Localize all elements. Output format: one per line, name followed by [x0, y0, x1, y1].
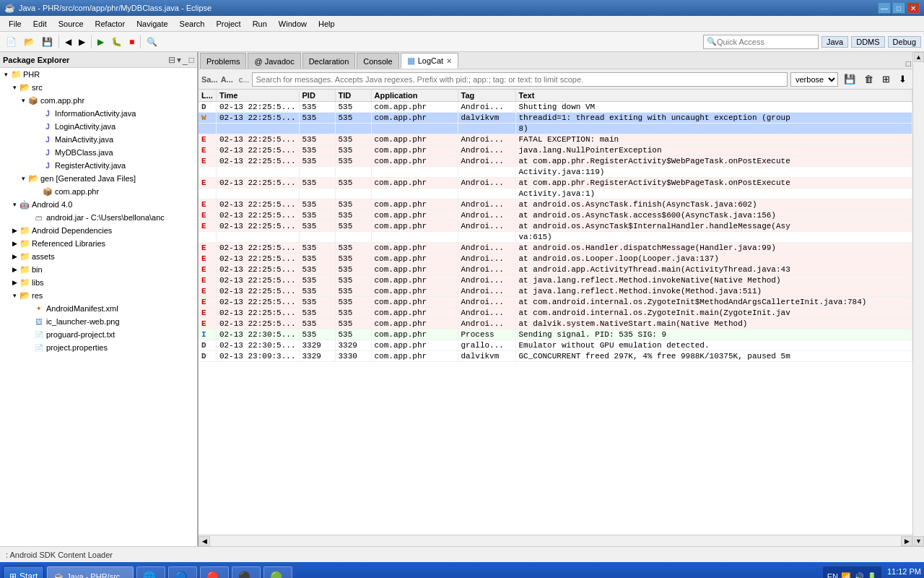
tree-item-proguard[interactable]: 📄 proguard-project.txt [0, 328, 197, 341]
menu-window[interactable]: Window [273, 18, 313, 30]
tree-item-comappphr[interactable]: ▾ 📦 com.app.phr [0, 94, 197, 107]
logcat-toggle-btn[interactable]: ⊞ [879, 72, 893, 87]
log-row[interactable]: E 02-13 22:25:5... 535 535 com.app.phr A… [199, 286, 912, 297]
h-scroll-track[interactable] [210, 536, 901, 546]
log-row[interactable]: E 02-13 22:25:5... 535 535 com.app.phr A… [199, 308, 912, 319]
scroll-right-btn[interactable]: ▶ [901, 536, 912, 546]
tree-item-iclauncher[interactable]: 🖼 ic_launcher-web.png [0, 315, 197, 328]
menu-file[interactable]: File [3, 18, 27, 30]
log-row[interactable]: E 02-13 22:25:5... 535 535 com.app.phr A… [199, 210, 912, 221]
toolbar-save-btn[interactable]: 💾 [39, 34, 56, 50]
log-row[interactable]: E 02-13 22:25:5... 535 535 com.app.phr A… [199, 199, 912, 210]
log-row[interactable]: I 02-13 22:30:5... 535 535 com.app.phr P… [199, 329, 912, 340]
log-row[interactable]: E 02-13 22:25:5... 535 535 com.app.phr A… [199, 178, 912, 189]
toolbar-run-btn[interactable]: ▶ [95, 34, 107, 50]
toolbar-new-btn[interactable]: 📄 [3, 34, 19, 50]
panel-collapse-btn[interactable]: ⊟ [168, 55, 175, 65]
toolbar-search-btn[interactable]: 🔍 [144, 34, 160, 50]
tree-item-android40[interactable]: ▾ 🤖 Android 4.0 [0, 198, 197, 211]
scroll-left-btn[interactable]: ◀ [199, 536, 210, 546]
minimize-button[interactable]: — [878, 2, 891, 14]
menu-navigate[interactable]: Navigate [131, 18, 173, 30]
log-row[interactable]: E 02-13 22:25:5... 535 535 com.app.phr A… [199, 243, 912, 254]
log-row[interactable]: Activity.java:1) [199, 189, 912, 199]
menu-help[interactable]: Help [313, 18, 341, 30]
log-row[interactable]: E 02-13 22:25:5... 535 535 com.app.phr A… [199, 264, 912, 275]
taskbar-blue-app[interactable]: 🔵 [168, 566, 197, 578]
java-perspective-btn[interactable]: Java [821, 36, 848, 48]
log-table-wrap[interactable]: L... Time PID TID Application Tag Text D… [199, 90, 912, 535]
log-row[interactable]: D 02-13 22:25:5... 535 535 com.app.phr A… [199, 102, 912, 113]
toolbar-open-btn[interactable]: 📂 [21, 34, 38, 50]
logcat-clear-btn[interactable]: 🗑 [861, 72, 876, 87]
toolbar-debug-btn[interactable]: 🐛 [108, 34, 125, 50]
panel-menu-btn[interactable]: ▾ [177, 55, 181, 65]
tree-item-res[interactable]: ▾ 📂 res [0, 289, 197, 302]
tree-item-projectprops[interactable]: 📄 project.properties [0, 341, 197, 354]
log-row[interactable]: va:615) [199, 232, 912, 243]
tree-item-mainactivity[interactable]: J MainActivity.java [0, 133, 197, 146]
close-button[interactable]: ✕ [907, 2, 920, 14]
taskbar-eclipse-app[interactable]: ☕ Java - PHR/src... [47, 566, 134, 578]
menu-refactor[interactable]: Refactor [90, 18, 131, 30]
tree-item-gen-comappphr[interactable]: 📦 com.app.phr [0, 185, 197, 198]
toolbar-fwd-btn[interactable]: ▶ [76, 34, 88, 50]
log-row[interactable]: E 02-13 22:25:5... 535 535 com.app.phr A… [199, 297, 912, 308]
toolbar-back-btn[interactable]: ◀ [62, 34, 74, 50]
tree-item-src[interactable]: ▾ 📂 src [0, 81, 197, 94]
tree-item-registeractivity[interactable]: J RegisterActivity.java [0, 159, 197, 172]
tree-item-androidjar[interactable]: 🗃 android.jar - C:\Users\bellona\anc [0, 211, 197, 224]
tree-item-informationactivity[interactable]: J InformationActivity.java [0, 107, 197, 120]
log-row[interactable]: Activity.java:119) [199, 167, 912, 178]
logcat-search-input[interactable] [252, 72, 788, 87]
scroll-down-btn[interactable]: ▼ [914, 536, 924, 546]
tab-logcat-close[interactable]: ✕ [446, 57, 452, 65]
tab-problems[interactable]: Problems [200, 53, 246, 69]
tree-item-bin[interactable]: ▶ 📁 bin [0, 263, 197, 276]
toolbar-stop-btn[interactable]: ■ [126, 34, 137, 50]
tree-item-loginactivity[interactable]: J LoginActivity.java [0, 120, 197, 133]
log-row[interactable]: E 02-13 22:25:5... 535 535 com.app.phr A… [199, 134, 912, 145]
panel-min-btn[interactable]: _ [183, 55, 188, 65]
tab-declaration[interactable]: Declaration [302, 53, 356, 69]
ddms-perspective-btn[interactable]: DDMS [851, 36, 884, 48]
log-row[interactable]: E 02-13 22:25:5... 535 535 com.app.phr A… [199, 275, 912, 286]
logcat-save-btn[interactable]: 💾 [841, 72, 858, 87]
log-row[interactable]: D 02-13 23:09:3... 3329 3330 com.app.phr… [199, 351, 912, 362]
log-row[interactable]: E 02-13 22:25:5... 535 535 com.app.phr A… [199, 221, 912, 232]
logcat-max-btn[interactable]: □ [906, 59, 911, 69]
debug-perspective-btn[interactable]: Debug [888, 36, 921, 48]
start-button[interactable]: ⊞ Start [3, 566, 44, 578]
taskbar-green-app[interactable]: 🟢 [263, 566, 292, 578]
tree-item-libs[interactable]: ▶ 📁 libs [0, 276, 197, 289]
quick-access-input[interactable] [717, 38, 811, 46]
logcat-scroll-btn[interactable]: ⬇ [896, 72, 910, 87]
taskbar-red-app[interactable]: 🔴 [200, 566, 229, 578]
maximize-button[interactable]: □ [892, 2, 905, 14]
tree-item-androidmanifest[interactable]: ✦ AndroidManifest.xml [0, 302, 197, 315]
tree-item-phr[interactable]: ▾ 📁 PHR [0, 68, 197, 81]
log-row[interactable]: D 02-13 22:30:5... 3329 3329 com.app.phr… [199, 340, 912, 351]
log-row[interactable]: E 02-13 22:25:5... 535 535 com.app.phr A… [199, 254, 912, 264]
menu-edit[interactable]: Edit [27, 18, 53, 30]
log-row[interactable]: E 02-13 22:25:5... 535 535 com.app.phr A… [199, 145, 912, 156]
tab-console[interactable]: Console [357, 53, 398, 69]
log-row[interactable]: 8) [199, 124, 912, 134]
menu-search[interactable]: Search [174, 18, 211, 30]
tree-item-reflibs[interactable]: ▶ 📁 Referenced Libraries [0, 237, 197, 250]
log-row[interactable]: W 02-13 22:25:5... 535 535 com.app.phr d… [199, 113, 912, 124]
log-row[interactable]: E 02-13 22:25:5... 535 535 com.app.phr A… [199, 319, 912, 329]
menu-project[interactable]: Project [210, 18, 246, 30]
panel-max-btn[interactable]: □ [189, 55, 194, 65]
logcat-verbose-select[interactable]: verbose debug info warn error [790, 72, 838, 87]
tree-item-assets[interactable]: ▶ 📁 assets [0, 250, 197, 263]
tree-item-androiddeps[interactable]: ▶ 📁 Android Dependencies [0, 224, 197, 237]
bottom-scroll[interactable]: ◀ ▶ [199, 535, 912, 546]
tree-item-gen[interactable]: ▾ 📂 gen [Generated Java Files] [0, 172, 197, 185]
taskbar-browser-app[interactable]: 🌐 [136, 566, 165, 578]
tab-javadoc[interactable]: @ Javadoc [248, 53, 300, 69]
log-row[interactable]: E 02-13 22:25:5... 535 535 com.app.phr A… [199, 156, 912, 167]
tab-logcat[interactable]: ▦ LogCat ✕ [401, 53, 458, 69]
menu-source[interactable]: Source [53, 18, 90, 30]
taskbar-circle-app[interactable]: ⚫ [232, 566, 261, 578]
